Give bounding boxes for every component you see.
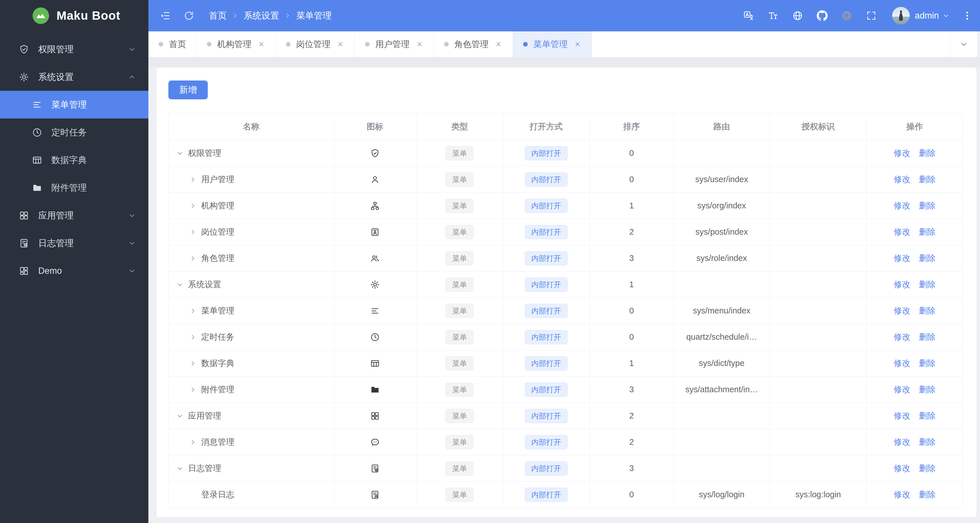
close-icon[interactable] [495, 40, 502, 48]
edit-link[interactable]: 修改 [894, 332, 910, 341]
expand-expand-icon[interactable] [189, 438, 197, 446]
cell-icon [334, 429, 416, 455]
delete-link[interactable]: 删除 [919, 306, 935, 315]
doc-check-icon [19, 238, 29, 248]
kebab-menu-icon[interactable] [962, 10, 972, 21]
delete-link[interactable]: 删除 [919, 359, 935, 368]
expand-expand-icon[interactable] [189, 386, 197, 394]
tabs-dropdown-button[interactable] [950, 31, 977, 57]
tab-label: 角色管理 [454, 38, 488, 50]
edit-link[interactable]: 修改 [894, 359, 910, 368]
close-icon[interactable] [574, 40, 581, 48]
sidebar-item-log-manage[interactable]: 日志管理 [0, 229, 148, 257]
content-card: 新增 名称图标类型打开方式排序路由授权标识操作 权限管理菜单内部打开0修改删除用… [156, 67, 977, 517]
tab-org[interactable]: 机构管理 [197, 31, 276, 57]
delete-link[interactable]: 删除 [919, 464, 935, 473]
open-mode-tag: 内部打开 [525, 461, 568, 476]
tab-home[interactable]: 首页 [148, 31, 197, 57]
tab-post[interactable]: 岗位管理 [276, 31, 355, 57]
expand-expand-icon[interactable] [189, 202, 197, 209]
edit-link[interactable]: 修改 [894, 385, 910, 394]
sidebar-item-label: 日志管理 [38, 237, 74, 249]
expand-expand-icon[interactable] [189, 255, 197, 262]
cell-icon [334, 245, 416, 271]
tab-role[interactable]: 角色管理 [434, 31, 513, 57]
expand-collapse-icon[interactable] [176, 465, 183, 472]
type-tag: 菜单 [445, 461, 473, 476]
username: admin [915, 11, 939, 21]
sidebar-item-menu-manage[interactable]: 菜单管理 [0, 91, 148, 118]
sidebar-item-permission-manage[interactable]: 权限管理 [0, 35, 148, 63]
edit-link[interactable]: 修改 [894, 148, 910, 158]
cell-open-mode: 内部打开 [503, 376, 589, 403]
breadcrumb-item[interactable]: 菜单管理 [296, 10, 332, 22]
delete-link[interactable]: 删除 [919, 385, 935, 394]
edit-link[interactable]: 修改 [894, 464, 910, 473]
refresh-icon[interactable] [184, 11, 194, 21]
delete-link[interactable]: 删除 [919, 227, 935, 236]
sidebar-item-demo[interactable]: Demo [0, 257, 148, 285]
delete-link[interactable]: 删除 [919, 201, 935, 210]
edit-link[interactable]: 修改 [894, 437, 910, 446]
close-icon[interactable] [258, 40, 265, 48]
tab-user[interactable]: 用户管理 [355, 31, 434, 57]
delete-link[interactable]: 删除 [919, 175, 935, 184]
edit-link[interactable]: 修改 [894, 201, 910, 210]
delete-link[interactable]: 删除 [919, 437, 935, 446]
sidebar-item-scheduled-tasks[interactable]: 定时任务 [0, 118, 148, 146]
table-row: 数据字典菜单内部打开1sys/dict/type修改删除 [169, 350, 963, 376]
expand-expand-icon[interactable] [189, 176, 197, 183]
edit-link[interactable]: 修改 [894, 306, 910, 315]
user-menu[interactable]: admin [910, 11, 950, 21]
column-header: 排序 [589, 113, 673, 140]
delete-link[interactable]: 删除 [919, 411, 935, 420]
cell-icon [334, 140, 416, 166]
edit-link[interactable]: 修改 [894, 280, 910, 289]
cell-auth [770, 140, 867, 166]
edit-link[interactable]: 修改 [894, 490, 910, 499]
github-icon[interactable] [817, 10, 827, 21]
sidebar-item-attachment-manage[interactable]: 附件管理 [0, 174, 148, 202]
tab-menu[interactable]: 菜单管理 [513, 31, 592, 57]
expand-expand-icon[interactable] [189, 333, 197, 341]
add-button[interactable]: 新增 [169, 81, 208, 99]
edit-link[interactable]: 修改 [894, 227, 910, 236]
open-mode-tag: 内部打开 [525, 409, 568, 423]
close-icon[interactable] [416, 40, 423, 48]
tab-status-dot [365, 42, 369, 46]
cell-type: 菜单 [416, 245, 503, 271]
folder-icon [370, 385, 380, 394]
menu-fold-icon[interactable] [160, 10, 171, 21]
edit-link[interactable]: 修改 [894, 175, 910, 184]
expand-expand-icon[interactable] [189, 228, 197, 236]
delete-link[interactable]: 删除 [919, 148, 935, 158]
text-size-icon[interactable] [768, 10, 778, 21]
cell-route: sys/user/index [673, 166, 770, 193]
avatar[interactable] [892, 7, 910, 24]
breadcrumb-item[interactable]: 首页 [209, 10, 227, 22]
fullscreen-icon[interactable] [866, 10, 877, 21]
delete-link[interactable]: 删除 [919, 332, 935, 341]
close-icon[interactable] [337, 40, 344, 48]
open-mode-tag: 内部打开 [525, 251, 568, 266]
expand-collapse-icon[interactable] [176, 150, 183, 157]
edit-link[interactable]: 修改 [894, 254, 910, 263]
delete-link[interactable]: 删除 [919, 254, 935, 263]
globe-icon[interactable] [792, 10, 803, 21]
expand-collapse-icon[interactable] [176, 281, 183, 289]
sidebar-item-app-manage[interactable]: 应用管理 [0, 202, 148, 229]
column-header: 图标 [334, 113, 416, 140]
delete-link[interactable]: 删除 [919, 490, 935, 499]
gitee-icon[interactable] [841, 10, 852, 21]
sidebar-item-system-settings[interactable]: 系统设置 [0, 63, 148, 91]
expand-collapse-icon[interactable] [176, 412, 183, 419]
delete-link[interactable]: 删除 [919, 280, 935, 289]
breadcrumb-item[interactable]: 系统设置 [244, 10, 279, 22]
cell-actions: 修改删除 [867, 324, 963, 350]
expand-expand-icon[interactable] [189, 360, 197, 367]
sidebar-item-data-dictionary[interactable]: 数据字典 [0, 146, 148, 174]
name-wrap: 日志管理 [176, 463, 329, 474]
expand-expand-icon[interactable] [189, 307, 197, 314]
edit-link[interactable]: 修改 [894, 411, 910, 420]
translate-icon[interactable] [743, 10, 754, 21]
